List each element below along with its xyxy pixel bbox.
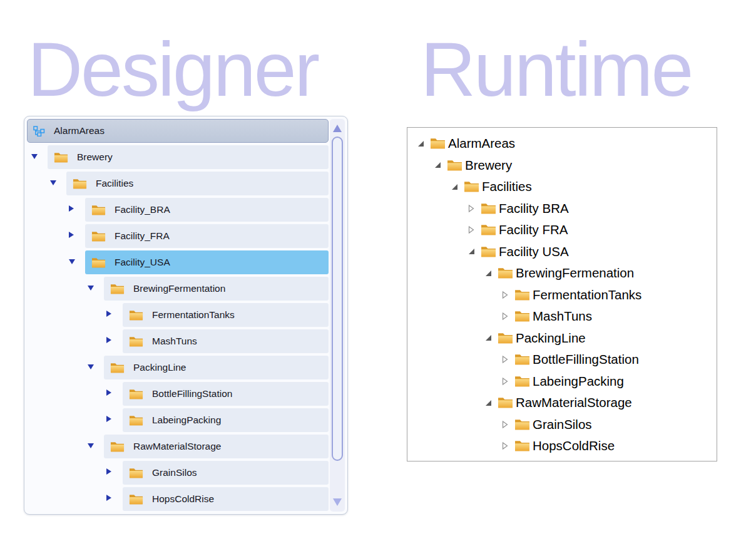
tree-row[interactable]: RawMaterialStorage (27, 435, 329, 458)
expander-icon[interactable] (467, 249, 476, 254)
folder-icon (91, 257, 106, 269)
tree-item-label: Brewery (465, 158, 512, 173)
expander-icon[interactable] (501, 291, 509, 299)
tree-row[interactable]: LabeingPacking (27, 408, 329, 432)
tree-item-label: AlarmAreas (448, 136, 515, 151)
tree-row[interactable]: FermentationTanks (27, 303, 329, 327)
tree-row[interactable]: HopsColdRise (27, 487, 329, 511)
tree-row[interactable]: Brewery (416, 155, 717, 177)
expander-icon[interactable] (501, 441, 509, 450)
folder-icon (91, 204, 106, 216)
tree-row[interactable]: Facility_BRA (27, 198, 329, 222)
expander-icon[interactable] (31, 154, 38, 159)
folder-icon (514, 353, 530, 366)
folder-icon (514, 289, 530, 301)
expander-icon[interactable] (467, 225, 476, 234)
tree-row[interactable]: MashTuns (416, 306, 717, 327)
expander-icon[interactable] (106, 468, 111, 475)
expander-icon[interactable] (69, 205, 74, 212)
expander-icon[interactable] (501, 377, 509, 386)
tree-row[interactable]: MashTuns (27, 329, 329, 353)
expander-icon[interactable] (484, 400, 493, 406)
tree-row[interactable]: BrewingFermentation (27, 277, 329, 301)
expander-icon[interactable] (416, 141, 425, 147)
tree-row[interactable]: RawMaterialStorage (416, 392, 717, 414)
tree-item-label: MashTuns (152, 336, 197, 347)
expander-icon[interactable] (484, 271, 493, 276)
tree-row[interactable]: PackingLine (416, 327, 717, 349)
tree-item-label: Facilities (96, 178, 133, 189)
tree-row[interactable]: HopsColdRise (416, 435, 717, 457)
tree-row[interactable]: GrainSilos (416, 414, 717, 436)
folder-icon (110, 362, 125, 374)
tree-item-label: Facility_USA (115, 257, 170, 268)
tree-row[interactable]: Facility BRA (416, 198, 717, 220)
expander-icon[interactable] (69, 259, 75, 264)
expander-icon[interactable] (106, 311, 111, 317)
hierarchy-icon (33, 126, 45, 137)
tree-row[interactable]: BrewingFermenation (416, 262, 717, 284)
tree-item-label: Facility FRA (499, 222, 568, 237)
tree-row[interactable]: BottleFillingStation (27, 382, 329, 406)
expander-icon[interactable] (88, 286, 94, 291)
expander-icon[interactable] (106, 495, 111, 501)
tree-item-label: Facility_FRA (115, 230, 170, 242)
tree-row[interactable]: GrainSilos (27, 461, 329, 485)
expander-icon[interactable] (69, 232, 74, 238)
tree-row[interactable]: Facility_USA (27, 250, 329, 274)
tree-item-label: PackingLine (516, 331, 586, 346)
tree-item-label: AlarmAreas (54, 125, 105, 137)
tree-row[interactable]: Facilities (416, 176, 717, 198)
tree-row[interactable]: AlarmAreas (416, 133, 717, 155)
tree-row[interactable]: BottleFillingStation (416, 349, 717, 371)
folder-icon (481, 245, 496, 258)
tree-item-label: BrewingFermenation (516, 265, 634, 281)
expander-icon[interactable] (484, 335, 493, 341)
tree-row[interactable]: PackingLine (27, 356, 329, 379)
folder-icon (110, 441, 125, 453)
expander-icon[interactable] (501, 312, 509, 321)
tree-row[interactable]: Facility FRA (416, 219, 717, 241)
scrollbar-thumb[interactable] (332, 137, 343, 461)
folder-icon (498, 332, 513, 344)
tree-item-label: FermentationTanks (533, 287, 641, 302)
tree-root-row[interactable]: AlarmAreas (27, 119, 329, 143)
expander-icon[interactable] (433, 162, 442, 168)
expander-icon[interactable] (88, 443, 94, 448)
folder-icon (129, 309, 143, 321)
designer-tree: AlarmAreas Brewery Facil (27, 119, 329, 513)
tree-row[interactable]: Facility USA (416, 241, 717, 263)
tree-item-label: HopsColdRise (533, 438, 615, 453)
folder-icon (481, 202, 496, 215)
tree-item-label: BrewingFermentation (133, 283, 225, 294)
vertical-scrollbar[interactable] (330, 119, 345, 512)
designer-tree-panel: AlarmAreas Brewery Facil (24, 116, 348, 515)
tree-row[interactable]: Brewery (27, 145, 329, 169)
expander-icon[interactable] (106, 337, 111, 343)
expander-icon[interactable] (88, 364, 94, 369)
folder-icon (129, 493, 143, 505)
tree-row[interactable]: FermentationTanks (416, 284, 717, 306)
expander-icon[interactable] (50, 180, 56, 185)
folder-icon (129, 415, 143, 426)
expander-icon[interactable] (106, 389, 111, 396)
scroll-up-arrow-icon[interactable] (333, 125, 342, 132)
tree-row[interactable]: Facility_FRA (27, 224, 329, 248)
expander-icon[interactable] (501, 420, 509, 429)
tree-item-label: Facility BRA (499, 201, 569, 216)
tree-item-label: Facility USA (499, 244, 569, 259)
scroll-down-arrow-icon[interactable] (333, 498, 342, 506)
expander-icon[interactable] (467, 204, 476, 213)
expander-icon[interactable] (501, 355, 509, 364)
tree-row[interactable]: Facilities (27, 172, 329, 195)
folder-icon (110, 283, 125, 295)
folder-icon (514, 375, 530, 388)
expander-icon[interactable] (450, 184, 459, 190)
tree-row[interactable]: LabeingPacking (416, 371, 717, 393)
expander-icon[interactable] (106, 416, 111, 422)
folder-icon (481, 224, 496, 236)
runtime-tree-panel: AlarmAreas Brewery Fac (407, 127, 717, 461)
folder-icon (464, 180, 479, 193)
tree-item-label: LabeingPacking (152, 415, 221, 426)
screenshot-canvas: Designer Runtime AlarmAreas (0, 0, 756, 536)
